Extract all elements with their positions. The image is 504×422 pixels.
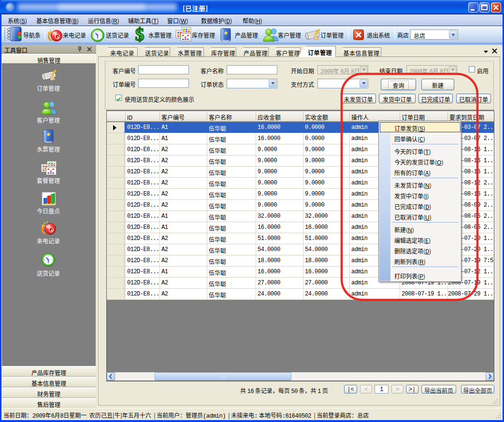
svg-text:$: $ — [135, 27, 144, 43]
